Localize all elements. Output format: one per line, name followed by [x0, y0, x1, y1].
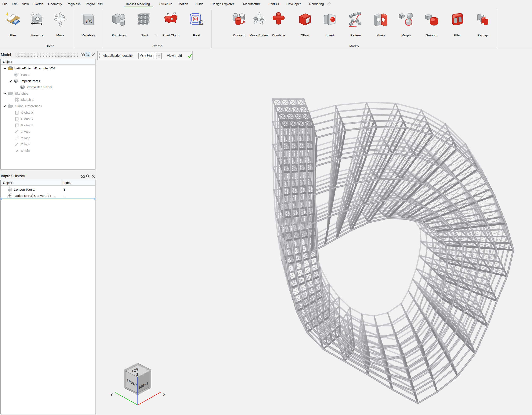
- svg-text:X: X: [163, 392, 166, 396]
- svg-text:Y: Y: [110, 392, 113, 396]
- svg-text:Z: Z: [136, 373, 138, 377]
